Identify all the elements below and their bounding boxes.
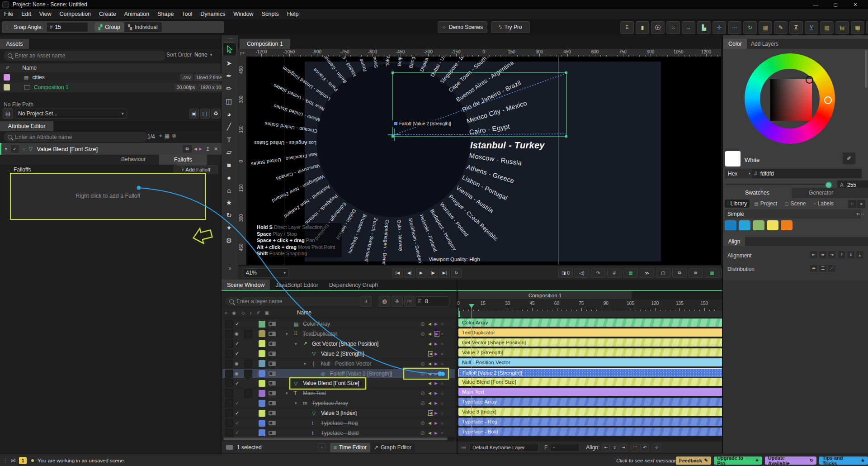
in-point-marker[interactable] [458,311,460,317]
rect-tool[interactable]: ■ [222,158,236,171]
align-bottom-button[interactable]: ⤓ [856,251,864,259]
sv-handle[interactable] [806,76,813,84]
tab-attribute-editor[interactable]: Attribute Editor [0,121,53,131]
alpha-slider[interactable] [726,184,833,185]
add-layer-button[interactable]: + [361,296,372,307]
keyframe-dot-button[interactable]: ▫ [318,443,326,452]
close-button[interactable]: ✕ [846,2,864,8]
viewport-tab[interactable]: Composition 1 [240,39,290,49]
next-keyframe-icon[interactable]: ▶ [434,331,439,337]
step-forward-button[interactable]: |▶ [428,268,438,278]
swatch-set-menu-icon[interactable]: ⋯ [859,211,864,217]
jump-start-button[interactable]: |◀ [392,268,403,278]
swatch-set-select[interactable]: Simple▾ [725,209,861,219]
next-keyframe-icon[interactable]: ▶ [434,411,438,415]
prev-keyframe-icon[interactable]: ◀ [428,342,431,346]
align-center-h-button[interactable]: ⇹ [819,251,827,259]
layer-row[interactable]: ▾TMain Text⊘◀▶○ [222,389,455,398]
message-count-badge[interactable]: 1 [19,457,27,464]
orbit-tool[interactable]: ↻ [222,209,236,222]
menu-help[interactable]: Help [283,11,303,17]
snap-options-icon[interactable]: ✛ [392,296,403,307]
tab-javascript-editor[interactable]: JavaScript Editor [270,280,323,290]
align-left-button[interactable]: ⇤ [810,251,818,259]
align-right-button[interactable]: ⇥ [828,251,836,259]
falloff-dropzone[interactable]: Right click to add a Falloff [10,173,206,220]
menu-shape[interactable]: Shape [153,11,178,17]
overflow-icon[interactable]: ≫ [640,268,654,278]
align-top-button[interactable]: ⤒ [838,251,846,259]
rotation-icon[interactable]: ↷ [591,268,605,278]
onion-layers-icon[interactable]: ◍ [379,296,390,307]
tab-generator[interactable]: Generator [809,190,833,196]
distribute-v-button[interactable]: ☰ [819,264,827,272]
swatch-source-project[interactable]: ▤Project [751,200,780,208]
ease-curve-button[interactable]: ↶ [640,444,649,452]
prev-keyframe-icon[interactable]: ◀ [428,322,431,326]
dots-h-icon[interactable]: ⋯ [728,21,741,34]
timeline-comp-tab[interactable]: Composition 1 [458,291,632,299]
next-keyframe-icon[interactable]: ▶ [434,322,438,326]
node-filter-icon[interactable]: ▦ [165,133,170,139]
align-center-keys-button[interactable]: ⇳ [611,444,618,452]
prev-keyframe-icon[interactable]: ◀ [428,361,431,366]
project-select[interactable]: No Project Set...▾ [15,109,127,119]
grid-icon[interactable]: # [607,268,622,278]
arrow-right-icon[interactable]: → [682,21,695,34]
tab-assets[interactable]: Assets [0,39,29,49]
pen-tool[interactable]: ✒ [222,70,236,82]
next-keyframe-icon[interactable]: ▶ [434,371,438,376]
next-keyframe-icon[interactable]: ▶ [434,401,438,405]
prev-keyframe-icon[interactable]: ◀ [428,391,431,395]
selection-handle[interactable] [392,135,394,138]
tab-align[interactable]: Align [723,237,745,246]
layer-row[interactable]: ✓▾t≡Typeface Array⊘◀▶○ [222,399,455,408]
hex-input[interactable]: #fdfdfd [751,168,862,179]
direct-select-tool[interactable]: ➤ [222,57,236,70]
layout-icon[interactable]: ▦ [623,268,638,278]
tab-behaviour[interactable]: Behaviour [121,156,146,162]
attribute-node-header[interactable]: ▾ ✓ ○ ▽ Value Blend [Font Size] ⧉ ◀ ▶ ↥ … [0,143,222,155]
layer-search-input[interactable]: Enter a layer name [225,297,365,306]
layer-row[interactable]: ✓▽Value 3 [Index]◀▶○ [222,409,455,418]
grid-view-button[interactable]: ∷ [848,200,857,209]
hex-mode-select[interactable]: Hex▾ [725,168,754,179]
onion-skin-icon[interactable]: ◨ 0 [558,268,573,278]
hue-handle[interactable] [824,96,832,104]
horizontal-scrollbar[interactable] [222,437,455,441]
prev-keyframe-icon[interactable]: ◀ [428,410,433,416]
scatter-icon[interactable]: ⁙ [666,21,680,34]
bounds-icon[interactable]: ▢ [656,268,670,278]
asset-swatch[interactable] [4,84,10,90]
menu-window[interactable]: Window [229,11,257,17]
color-swatch[interactable] [753,220,764,230]
stagger-down-icon[interactable]: ⊻ [805,21,818,34]
rows-icon[interactable]: ▤ [835,21,849,34]
prev-keyframe-icon[interactable]: ◀ [428,371,431,376]
camera-tool[interactable]: ◫ [222,95,236,108]
columns-icon[interactable]: ▥ [820,21,834,34]
tab-add-layers[interactable]: Add Layers [751,41,778,47]
audio-icon[interactable]: ◁) [575,268,589,278]
sphere-tool[interactable]: ◕ [222,108,236,120]
next-keyframe-icon[interactable]: ▶ [434,421,438,425]
zoom-select[interactable]: 41%▾ [243,268,289,278]
selection-handle[interactable] [392,71,394,74]
menu-animation[interactable]: Animation [120,11,154,17]
prev-keyframe-icon[interactable]: ◀ [428,351,433,357]
tab-dependency-graph[interactable]: Dependency Graph [324,280,383,290]
tips-and-tricks-button[interactable]: Tips and Tricks★ [819,456,868,465]
layer-row[interactable]: ◉▾┼Null - Position Vector⊘◀▶○ [222,359,455,368]
tab-swatches[interactable]: Swatches [723,188,792,198]
layer-row[interactable]: ✓tTypeface - Bold⊘◀▶○ [222,428,455,437]
layer-row[interactable]: ✓▤Color Array⊘◀▶○ [222,319,455,328]
next-keyframe-icon[interactable]: ▶ [434,391,438,395]
tab-time-editor[interactable]: ≡Time Editor [330,443,370,452]
demo-scenes-button[interactable]: ⁘ Demo Scenes [438,21,487,33]
prev-keyframe-icon[interactable]: ◀ [428,431,431,435]
frame-field[interactable]: F8 [415,296,449,306]
maximize-button[interactable]: ▢ [826,2,844,7]
tab-graph-editor[interactable]: ↗Graph Editor [370,444,415,451]
clear-search-icon[interactable]: ⊗ [172,133,176,139]
next-keyframe-icon[interactable]: ▶ [434,431,438,435]
